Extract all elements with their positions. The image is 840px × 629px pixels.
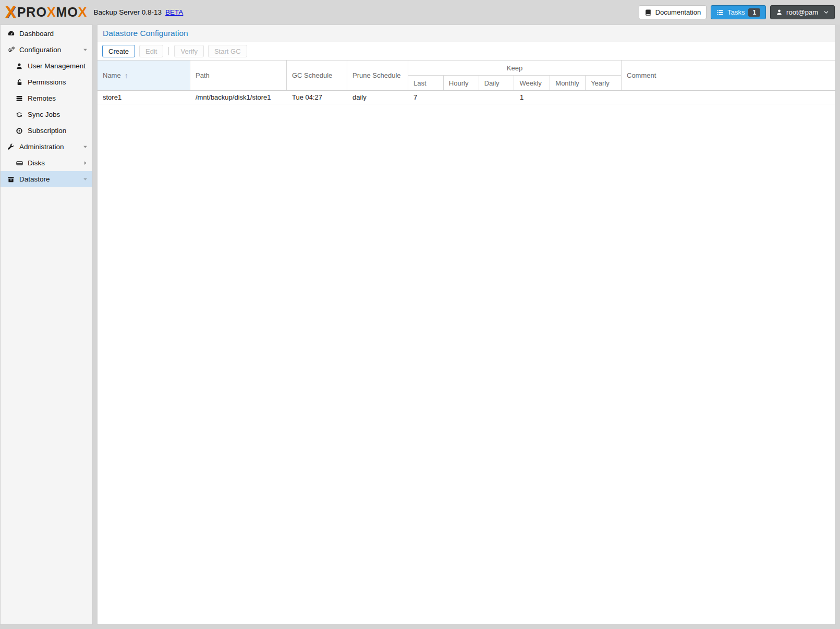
product-version-label: Backup Server 0.8-13 [94, 8, 162, 16]
archive-icon [6, 176, 16, 183]
column-label: Comment [627, 71, 656, 79]
sidebar-item-label: Administration [19, 143, 64, 151]
chevron-down-icon[interactable] [83, 144, 88, 149]
edit-button[interactable]: Edit [139, 45, 163, 57]
column-header-name[interactable]: Name ↑ [98, 61, 190, 90]
user-icon [776, 9, 783, 16]
table-header: Name ↑ Path GC Schedule Prune Schedule K… [98, 61, 835, 91]
panel-header: Datastore Configuration [98, 25, 835, 42]
sidebar-item-label: Dashboard [19, 30, 54, 38]
cell-name: store1 [98, 93, 190, 101]
column-header-keep-daily[interactable]: Daily [479, 76, 515, 90]
top-bar: X PROXMOX Backup Server 0.8-13 BETA Docu… [0, 0, 840, 25]
server-icon [15, 95, 24, 102]
book-icon [644, 9, 652, 16]
cell-prune-schedule: daily [347, 93, 408, 101]
task-list-icon [716, 9, 724, 16]
column-header-gc-schedule[interactable]: GC Schedule [287, 61, 347, 90]
column-label: GC Schedule [292, 71, 332, 79]
column-label: Prune Schedule [352, 71, 401, 79]
column-header-path[interactable]: Path [190, 61, 287, 90]
column-label: Yearly [591, 79, 610, 87]
sync-icon [15, 111, 24, 118]
beta-link[interactable]: BETA [165, 8, 183, 16]
wordmark-segment: MO [56, 5, 78, 19]
column-label: Weekly [519, 79, 541, 87]
column-header-keep-weekly[interactable]: Weekly [514, 76, 550, 90]
sidebar-item-label: Sync Jobs [28, 111, 60, 118]
sidebar-item-label: Disks [28, 159, 45, 167]
sidebar-item-label: Configuration [19, 46, 61, 54]
documentation-label: Documentation [655, 8, 701, 16]
cell-keep-last: 7 [408, 93, 444, 101]
sidebar-item-label: Subscription [28, 127, 66, 135]
chevron-right-icon[interactable] [83, 161, 88, 165]
column-header-keep-yearly[interactable]: Yearly [586, 76, 621, 90]
sidebar-item-sync-jobs[interactable]: Sync Jobs [1, 106, 92, 123]
sidebar-item-label: Remotes [28, 94, 56, 102]
tasks-label: Tasks [727, 8, 745, 16]
chevron-down-icon[interactable] [83, 177, 88, 182]
column-header-keep-last[interactable]: Last [408, 76, 444, 90]
sidebar-item-disks[interactable]: Disks [1, 155, 92, 171]
sidebar-item-remotes[interactable]: Remotes [1, 90, 92, 106]
sort-ascending-icon: ↑ [125, 72, 128, 79]
proxmox-x-mark-icon: X [5, 4, 16, 20]
sidebar-item-label: Permissions [28, 78, 66, 86]
create-button[interactable]: Create [102, 45, 135, 57]
column-label: Name [103, 71, 121, 79]
content-area: Dashboard Configuration User Management … [0, 25, 836, 625]
sidebar-item-dashboard[interactable]: Dashboard [1, 26, 92, 42]
column-group-keep: Keep Last Hourly Daily Weekly Monthly Ye… [408, 61, 622, 90]
column-label: Hourly [449, 79, 469, 87]
sidebar-item-administration[interactable]: Administration [1, 139, 92, 155]
gears-icon [6, 46, 16, 54]
wordmark-segment: X [78, 5, 88, 19]
column-header-comment[interactable]: Comment [622, 61, 835, 90]
sidebar-item-datastore[interactable]: Datastore [1, 171, 92, 187]
user-menu-button[interactable]: root@pam [770, 5, 835, 19]
chevron-down-icon[interactable] [83, 47, 88, 52]
wordmark-segment: X [47, 5, 56, 19]
column-label: Keep [507, 64, 522, 72]
proxmox-wordmark: PROXMOX [17, 6, 88, 19]
gauge-icon [6, 30, 16, 38]
tasks-count-badge: 1 [748, 8, 760, 17]
column-label: Last [413, 79, 427, 87]
wrench-icon [6, 143, 16, 151]
toolbar-separator [168, 47, 169, 55]
table-empty-area [98, 104, 835, 624]
support-icon [15, 127, 24, 135]
proxmox-logo: X PROXMOX [5, 4, 88, 20]
column-header-keep-hourly[interactable]: Hourly [444, 76, 479, 90]
column-label: Path [196, 71, 210, 79]
sidebar-item-user-management[interactable]: User Management [1, 58, 92, 74]
user-icon [15, 63, 24, 70]
unlock-icon [15, 79, 24, 86]
sidebar-item-configuration[interactable]: Configuration [1, 42, 92, 58]
cell-keep-weekly: 1 [515, 93, 551, 101]
start-gc-button[interactable]: Start GC [208, 45, 247, 57]
datastore-configuration-panel: Datastore Configuration Create Edit Veri… [97, 25, 836, 625]
keep-subcolumns: Last Hourly Daily Weekly Monthly Yearly [408, 76, 621, 90]
column-label: Monthly [555, 79, 579, 87]
verify-button[interactable]: Verify [174, 45, 204, 57]
cell-path: /mnt/backup/disk1/store1 [190, 93, 287, 101]
wordmark-segment: PRO [17, 5, 47, 19]
sidebar-item-label: Datastore [19, 175, 50, 183]
column-header-keep-monthly[interactable]: Monthly [550, 76, 586, 90]
hdd-icon [15, 160, 24, 167]
sidebar-item-subscription[interactable]: Subscription [1, 123, 92, 139]
table-row-store1[interactable]: store1 /mnt/backup/disk1/store1 Tue 04:2… [98, 91, 835, 104]
user-label: root@pam [786, 8, 818, 16]
sidebar-item-permissions[interactable]: Permissions [1, 74, 92, 90]
topbar-actions: Documentation Tasks 1 root@pam [639, 5, 835, 19]
toolbar: Create Edit Verify Start GC [98, 42, 835, 61]
documentation-button[interactable]: Documentation [639, 5, 707, 19]
cell-gc-schedule: Tue 04:27 [287, 93, 347, 101]
tasks-button[interactable]: Tasks 1 [711, 5, 766, 19]
column-group-keep-label: Keep [408, 61, 621, 76]
sidebar-item-label: User Management [28, 62, 86, 70]
column-label: Daily [484, 79, 500, 87]
column-header-prune-schedule[interactable]: Prune Schedule [347, 61, 408, 90]
